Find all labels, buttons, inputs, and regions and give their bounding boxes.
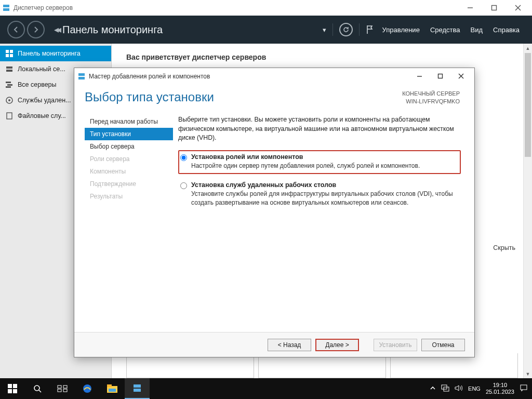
destination-server-label: КОНЕЧНЫЙ СЕРВЕР WIN-LIVFRVQFMKO bbox=[402, 90, 460, 106]
svg-rect-33 bbox=[109, 389, 116, 392]
search-button[interactable] bbox=[25, 378, 50, 399]
server-icon bbox=[5, 65, 14, 73]
server-name: WIN-LIVFRVQFMKO bbox=[402, 98, 460, 105]
volume-icon[interactable] bbox=[455, 384, 463, 393]
clock[interactable]: 19:10 25.01.2023 bbox=[486, 382, 514, 395]
welcome-heading: Вас приветствует диспетчер серверов bbox=[126, 53, 517, 61]
svg-rect-13 bbox=[7, 84, 12, 86]
clock-date: 25.01.2023 bbox=[486, 389, 514, 395]
wizard-maximize-button[interactable] bbox=[430, 69, 450, 84]
svg-line-25 bbox=[39, 390, 41, 392]
svg-rect-34 bbox=[134, 384, 141, 388]
wizard-content: Выберите тип установки. Вы можете устано… bbox=[173, 115, 474, 332]
menu-manage[interactable]: Управление bbox=[382, 26, 420, 34]
button-label: Далее > bbox=[325, 341, 349, 349]
task-view-button[interactable] bbox=[50, 378, 75, 399]
step-label: Роли сервера bbox=[90, 155, 130, 163]
sidebar-item-label: Службы удален... bbox=[18, 97, 71, 104]
wizard-step-server-roles: Роли сервера bbox=[85, 153, 173, 165]
taskbar: ENG 19:10 25.01.2023 bbox=[0, 378, 532, 399]
option-description: Установите службы ролей для инфраструкту… bbox=[191, 190, 457, 206]
svg-rect-14 bbox=[6, 86, 11, 88]
language-indicator[interactable]: ENG bbox=[468, 385, 481, 392]
svg-rect-32 bbox=[107, 384, 112, 387]
svg-rect-27 bbox=[63, 385, 67, 388]
wizard-heading: Выбор типа установки bbox=[85, 90, 214, 104]
sidebar-item-dashboard[interactable]: Панель мониторинга bbox=[0, 46, 111, 61]
action-center-icon[interactable] bbox=[520, 384, 528, 393]
network-icon[interactable] bbox=[441, 384, 449, 393]
minimize-button[interactable] bbox=[458, 0, 482, 16]
menu-help[interactable]: Справка bbox=[493, 26, 520, 34]
breadcrumb-chevron-icon: ◂◂ bbox=[54, 24, 59, 35]
svg-rect-29 bbox=[63, 389, 67, 392]
refresh-button[interactable] bbox=[339, 23, 353, 36]
svg-rect-8 bbox=[6, 54, 9, 57]
maximize-button[interactable] bbox=[482, 0, 506, 16]
wizard-icon bbox=[77, 72, 86, 81]
close-button[interactable] bbox=[506, 0, 530, 16]
scroll-up-arrow-icon[interactable]: ▲ bbox=[524, 44, 532, 52]
window-title: Диспетчер серверов bbox=[14, 4, 73, 11]
tray-chevron-up-icon[interactable] bbox=[430, 385, 436, 392]
option-remote-desktop-install[interactable]: Установка служб удаленных рабочих столов… bbox=[178, 178, 461, 210]
install-button: Установить bbox=[374, 339, 417, 351]
svg-rect-10 bbox=[6, 66, 12, 69]
menu-view[interactable]: Вид bbox=[470, 26, 483, 34]
sidebar-item-label: Все серверы bbox=[18, 81, 57, 88]
svg-rect-11 bbox=[6, 70, 12, 72]
next-button[interactable]: Далее > bbox=[315, 339, 359, 351]
notifications-flag-icon[interactable] bbox=[366, 25, 374, 34]
scrollbar-thumb[interactable] bbox=[525, 53, 531, 157]
svg-rect-38 bbox=[521, 385, 527, 390]
option-radio[interactable] bbox=[180, 154, 187, 161]
servers-icon bbox=[5, 81, 14, 89]
option-radio[interactable] bbox=[180, 182, 187, 189]
button-label: < Назад bbox=[278, 341, 301, 349]
svg-rect-12 bbox=[6, 82, 11, 83]
svg-rect-7 bbox=[10, 50, 13, 53]
step-label: Результаты bbox=[90, 193, 123, 200]
wizard-nav: Перед началом работы Тип установки Выбор… bbox=[74, 115, 173, 332]
svg-rect-18 bbox=[78, 73, 85, 76]
svg-rect-35 bbox=[134, 389, 141, 392]
app-icon bbox=[2, 4, 10, 12]
option-role-based-install[interactable]: Установка ролей или компонентов Настройт… bbox=[178, 150, 461, 174]
remote-icon bbox=[5, 96, 14, 104]
vertical-scrollbar[interactable]: ▲ ▼ bbox=[523, 44, 532, 378]
wizard-close-button[interactable] bbox=[450, 69, 471, 84]
svg-rect-21 bbox=[438, 74, 442, 78]
svg-rect-19 bbox=[78, 77, 85, 79]
wizard-step-installation-type[interactable]: Тип установки bbox=[85, 128, 173, 140]
start-button[interactable] bbox=[0, 378, 25, 399]
cancel-button[interactable]: Отмена bbox=[421, 339, 465, 351]
option-title: Установка служб удаленных рабочих столов bbox=[191, 181, 457, 189]
back-button[interactable]: < Назад bbox=[268, 339, 311, 351]
nav-forward-button[interactable] bbox=[27, 21, 45, 38]
files-icon bbox=[5, 112, 14, 120]
dropdown-caret-icon[interactable]: ▾ bbox=[323, 26, 326, 34]
wizard-body: Перед началом работы Тип установки Выбор… bbox=[74, 109, 474, 332]
hide-link[interactable]: Скрыть bbox=[493, 244, 515, 251]
menu-tools[interactable]: Средства bbox=[430, 26, 460, 34]
option-title: Установка ролей или компонентов bbox=[191, 153, 420, 161]
wizard-step-before-you-begin[interactable]: Перед началом работы bbox=[85, 115, 173, 128]
window-titlebar: Диспетчер серверов bbox=[0, 0, 532, 16]
scroll-down-arrow-icon[interactable]: ▼ bbox=[524, 369, 532, 378]
wizard-minimize-button[interactable] bbox=[409, 69, 430, 84]
svg-rect-6 bbox=[6, 50, 9, 53]
taskbar-app-server-manager[interactable] bbox=[125, 378, 150, 399]
svg-rect-9 bbox=[10, 54, 13, 57]
step-label: Перед началом работы bbox=[90, 118, 158, 125]
wizard-intro-text: Выберите тип установки. Вы можете устано… bbox=[178, 115, 461, 143]
taskbar-app-explorer[interactable] bbox=[100, 378, 125, 399]
wizard-header: Выбор типа установки КОНЕЧНЫЙ СЕРВЕР WIN… bbox=[74, 85, 474, 109]
step-label: Выбор сервера bbox=[90, 143, 135, 150]
button-label: Установить bbox=[379, 341, 412, 349]
button-label: Отмена bbox=[432, 341, 454, 349]
taskbar-app-ie[interactable] bbox=[75, 378, 100, 399]
wizard-step-features: Компоненты bbox=[85, 165, 173, 178]
wizard-step-server-selection[interactable]: Выбор сервера bbox=[85, 140, 173, 153]
nav-back-button[interactable] bbox=[7, 21, 25, 38]
option-description: Настройте один сервер путем добавления р… bbox=[191, 162, 420, 170]
